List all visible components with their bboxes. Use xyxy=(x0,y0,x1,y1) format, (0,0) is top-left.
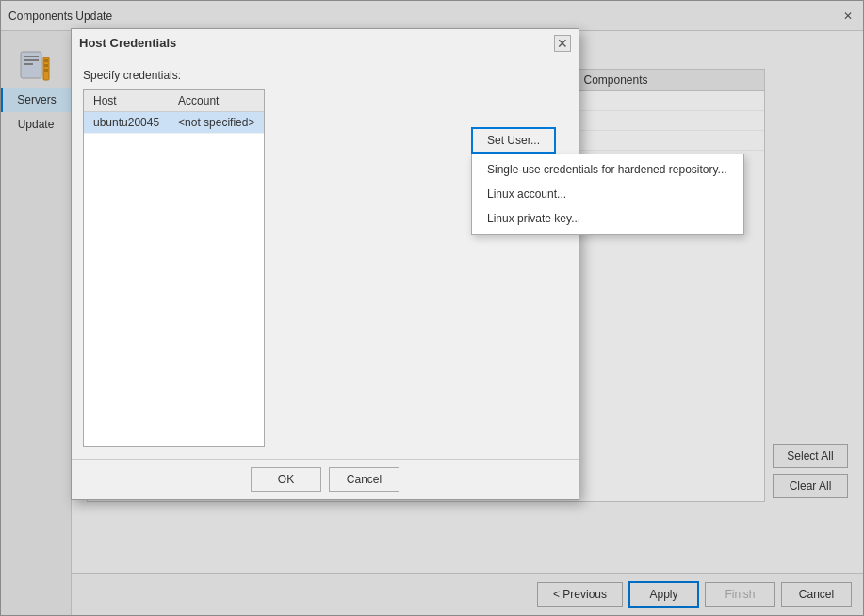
dialog-label: Specify credentials: xyxy=(83,69,567,82)
credentials-table-wrapper: Host Account ubuntu20045 <not specified> xyxy=(83,89,265,447)
cred-account: <not specified> xyxy=(169,112,264,134)
dropdown-item-single-use[interactable]: Single-use credentials for hardened repo… xyxy=(472,157,743,182)
credentials-table: Host Account ubuntu20045 <not specified> xyxy=(84,90,264,134)
dialog-footer: OK Cancel xyxy=(72,459,579,499)
dialog-body: Specify credentials: Host Account ubuntu… xyxy=(72,57,579,459)
dropdown-item-linux-key[interactable]: Linux private key... xyxy=(472,206,743,231)
host-credentials-dialog: Host Credentials ✕ Specify credentials: … xyxy=(71,28,579,500)
set-user-dropdown: Single-use credentials for hardened repo… xyxy=(471,154,744,235)
cred-col-account: Account xyxy=(169,90,264,112)
dialog-title: Host Credentials xyxy=(79,36,176,50)
dialog-close-icon[interactable]: ✕ xyxy=(554,35,571,52)
set-user-area: Set User... Single-use credentials for h… xyxy=(471,127,556,154)
dialog-titlebar: Host Credentials ✕ xyxy=(72,29,579,57)
cred-host: ubuntu20045 xyxy=(84,112,169,134)
cred-col-host: Host xyxy=(84,90,169,112)
dialog-ok-button[interactable]: OK xyxy=(251,467,321,492)
set-user-button[interactable]: Set User... xyxy=(471,127,556,154)
credentials-row[interactable]: ubuntu20045 <not specified> xyxy=(84,112,264,134)
dialog-cancel-button[interactable]: Cancel xyxy=(329,467,399,492)
dropdown-item-linux-account[interactable]: Linux account... xyxy=(472,182,743,206)
